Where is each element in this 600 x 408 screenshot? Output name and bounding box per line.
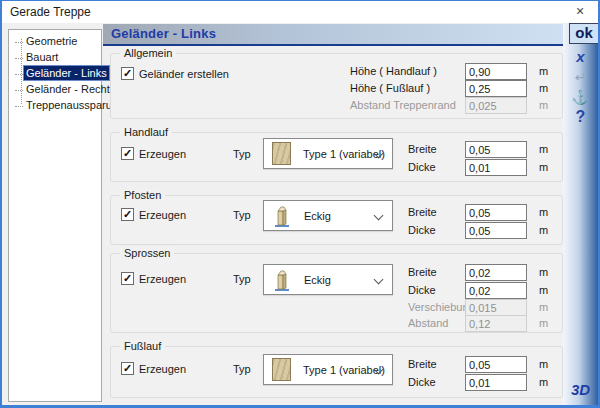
field-row: Dicke m: [111, 159, 562, 176]
handlauf-breite-input[interactable]: [465, 141, 527, 158]
page-header: Geländer - Links: [103, 24, 564, 44]
field-label: Dicke: [408, 161, 436, 173]
unit-label: m: [539, 143, 548, 155]
dialog-window: Gerade Treppe × Geometrie Bauart Gelände…: [0, 0, 600, 408]
abstand-treppenrand-input: [465, 97, 527, 114]
unit-label: m: [539, 376, 548, 388]
field-label: Breite: [408, 206, 437, 218]
field-row: Abstand m: [111, 315, 562, 332]
field-label: Abstand Treppenrand: [350, 99, 456, 111]
cancel-icon[interactable]: x: [563, 48, 598, 65]
field-row: Dicke m: [111, 282, 562, 299]
section-fusslauf: Fußlauf ✓ Erzeugen Typ Type 1 (variabel)…: [110, 346, 563, 398]
unit-label: m: [539, 206, 548, 218]
tree-connector-line: [21, 39, 22, 104]
unit-label: m: [539, 99, 548, 111]
sidebar-tree: Geometrie Bauart Geländer - Links Geländ…: [8, 29, 102, 402]
section-legend: Fußlauf: [120, 340, 165, 353]
field-row: Verschiebung m: [111, 299, 562, 316]
field-label: Dicke: [408, 376, 436, 388]
pfosten-breite-input[interactable]: [465, 204, 527, 221]
enter-icon[interactable]: ↵: [563, 69, 598, 85]
fusslauf-breite-input[interactable]: [465, 356, 527, 373]
window-title: Gerade Treppe: [10, 1, 91, 23]
unit-label: m: [539, 82, 548, 94]
field-row: Breite m: [111, 141, 562, 158]
field-row: Dicke m: [111, 374, 562, 391]
sidebar-item-bauart[interactable]: Bauart: [24, 50, 101, 66]
field-row: Abstand Treppenrand m: [111, 97, 562, 114]
fusslauf-dicke-input[interactable]: [465, 374, 527, 391]
field-row: Höhe ( Handlauf ) m: [111, 63, 562, 80]
unit-label: m: [539, 65, 548, 77]
handlauf-dicke-input[interactable]: [465, 159, 527, 176]
field-row: Höhe ( Fußlauf ) m: [111, 80, 562, 97]
sidebar-item-label: Geländer - Links: [24, 66, 109, 80]
section-pfosten: Pfosten ✓ Erzeugen Typ Eckig Breite m Di…: [110, 195, 563, 245]
page-title: Geländer - Links: [111, 24, 216, 44]
section-legend: Allgemein: [120, 47, 176, 60]
pfosten-dicke-input[interactable]: [465, 222, 527, 239]
field-label: Dicke: [408, 284, 436, 296]
sidebar-item-label: Geometrie: [24, 34, 79, 48]
section-legend: Sprossen: [120, 247, 174, 260]
field-label: Breite: [408, 358, 437, 370]
unit-label: m: [539, 301, 548, 313]
field-label: Dicke: [408, 224, 436, 236]
section-handlauf: Handlauf ✓ Erzeugen Typ Type 1 (variabel…: [110, 132, 563, 182]
field-label: Höhe ( Handlauf ): [350, 65, 437, 77]
field-row: Breite m: [111, 264, 562, 281]
sidebar-item-gelaender-rechts[interactable]: Geländer - Rechts: [24, 82, 101, 98]
header-underline: [103, 44, 564, 46]
sidebar-item-gelaender-links[interactable]: Geländer - Links: [24, 66, 101, 82]
field-row: Breite m: [111, 204, 562, 221]
sidebar-item-label: Geländer - Rechts: [24, 82, 117, 96]
threed-button[interactable]: 3D: [563, 381, 598, 398]
section-legend: Pfosten: [120, 189, 165, 202]
help-icon[interactable]: ?: [563, 108, 598, 126]
field-label: Breite: [408, 266, 437, 278]
hoehe-handlauf-input[interactable]: [465, 63, 527, 80]
tree-list: Geometrie Bauart Geländer - Links Geländ…: [9, 30, 101, 114]
sprossen-breite-input[interactable]: [465, 264, 527, 281]
anchor-icon[interactable]: ⚓: [563, 89, 598, 105]
section-legend: Handlauf: [120, 126, 172, 139]
unit-label: m: [539, 284, 548, 296]
unit-label: m: [539, 317, 548, 329]
sidebar-item-treppenaussparung[interactable]: Treppenaussparung: [24, 98, 101, 114]
titlebar: Gerade Treppe ×: [2, 1, 598, 23]
field-label: Höhe ( Fußlauf ): [350, 82, 430, 94]
hoehe-fusslauf-input[interactable]: [465, 80, 527, 97]
field-label: Abstand: [408, 317, 448, 329]
field-label: Breite: [408, 143, 437, 155]
field-row: Breite m: [111, 356, 562, 373]
sidebar-item-geometrie[interactable]: Geometrie: [24, 34, 101, 50]
unit-label: m: [539, 266, 548, 278]
sprossen-verschiebung-input: [465, 299, 527, 316]
unit-label: m: [539, 358, 548, 370]
section-sprossen: Sprossen ✓ Erzeugen Typ Eckig Breite m D…: [110, 253, 563, 333]
ok-button[interactable]: ok: [569, 23, 599, 44]
field-row: Dicke m: [111, 222, 562, 239]
sprossen-dicke-input[interactable]: [465, 282, 527, 299]
unit-label: m: [539, 224, 548, 236]
section-allgemein: Allgemein ✓ Geländer erstellen Höhe ( Ha…: [110, 53, 563, 119]
unit-label: m: [539, 161, 548, 173]
sidebar-item-label: Bauart: [24, 50, 60, 64]
sprossen-abstand-input: [465, 315, 527, 332]
close-icon[interactable]: ×: [571, 1, 589, 23]
